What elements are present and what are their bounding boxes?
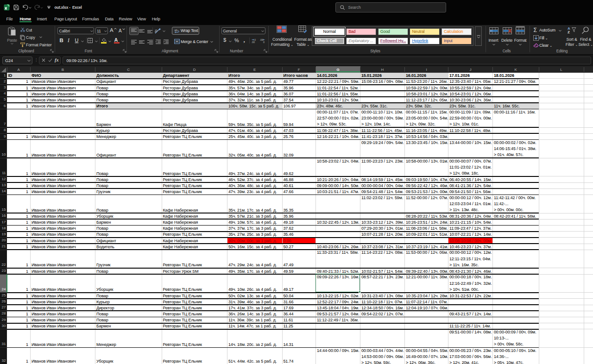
svg-text:.00: .00 [259, 38, 263, 41]
svg-text:Z: Z [568, 30, 570, 33]
svg-text:ab: ab [174, 28, 177, 31]
svg-text:.00: .00 [251, 41, 255, 44]
svg-text:0: 0 [263, 41, 265, 44]
